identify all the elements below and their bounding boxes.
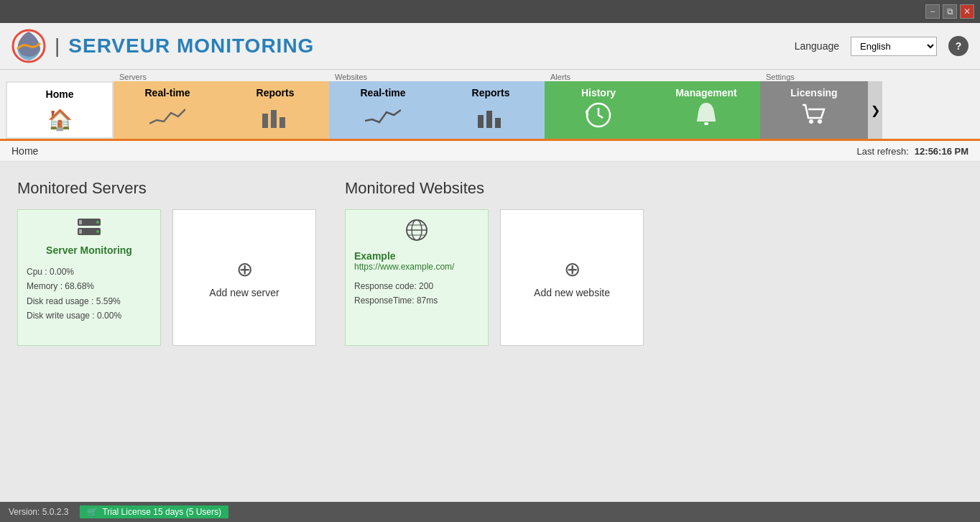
logo-area: | SERVEUR MONITORING [11, 29, 314, 63]
version-text: Version: 5.0.2.3 [9, 507, 68, 517]
server-memory: Memory : 68.68% [27, 279, 121, 293]
website-card-stats: Response code: 200 ResponseTime: 87ms [354, 279, 479, 308]
svg-point-16 [96, 230, 99, 233]
nav-item-websites-realtime[interactable]: Real-time [329, 81, 437, 139]
websites-realtime-icon [365, 106, 401, 133]
refresh-info: Last refresh: 12:56:16 PM [857, 146, 969, 157]
add-website-label: Add new website [534, 287, 610, 298]
help-button[interactable]: ? [948, 36, 969, 56]
cart-icon [801, 102, 827, 133]
license-badge: 🛒 Trial License 15 days (5 Users) [80, 505, 228, 518]
websites-reports-label: Reports [472, 87, 510, 99]
websites-bar-icon [476, 106, 505, 133]
monitored-servers-title: Monitored Servers [17, 179, 316, 198]
nav-group-settings: Settings Licensing [760, 70, 868, 139]
svg-rect-4 [478, 115, 484, 128]
minimize-button[interactable]: − [925, 4, 940, 19]
close-button[interactable]: ✕ [960, 4, 974, 19]
svg-rect-3 [279, 117, 285, 128]
svg-point-9 [809, 119, 813, 124]
nav-item-servers-realtime[interactable]: Real-time [114, 81, 221, 139]
server-card[interactable]: Server Monitoring Cpu : 0.00% Memory : 6… [17, 209, 161, 346]
bar-chart-icon [261, 106, 290, 133]
nav-area: Home 🏠 Servers Real-time Reports Websit [0, 70, 980, 141]
title-bar: − ⧉ ✕ [0, 0, 980, 23]
svg-rect-1 [262, 114, 268, 128]
header-right: Language English ? [795, 36, 969, 56]
servers-realtime-label: Real-time [144, 87, 190, 99]
servers-reports-label: Reports [256, 87, 295, 99]
logo-icon [11, 29, 46, 63]
nav-item-alerts-history[interactable]: History [545, 81, 652, 139]
add-server-label: Add new server [209, 287, 279, 298]
websites-label: Websites [329, 70, 545, 81]
language-select[interactable]: English [851, 37, 937, 56]
refresh-time: 12:56:16 PM [915, 146, 969, 157]
logo-part2: MONITORING [177, 35, 314, 57]
settings-licensing-label: Licensing [790, 87, 837, 99]
server-disk-write: Disk write usage : 0.00% [27, 308, 121, 323]
license-text: Trial License 15 days (5 Users) [102, 507, 221, 517]
svg-rect-8 [704, 122, 708, 125]
website-response-time: ResponseTime: 87ms [354, 293, 479, 308]
breadcrumb-bar: Home Last refresh: 12:56:16 PM [0, 141, 980, 162]
add-website-card[interactable]: ⊕ Add new website [500, 209, 644, 346]
alerts-management-label: Management [675, 87, 737, 99]
app-header: | SERVEUR MONITORING Language English ? [0, 23, 980, 70]
language-label: Language [795, 40, 839, 52]
nav-item-home-label: Home [46, 88, 74, 100]
chevron-right-icon: ❯ [871, 104, 880, 117]
restore-button[interactable]: ⧉ [943, 4, 957, 19]
server-cpu: Cpu : 0.00% [27, 265, 121, 279]
nav-group-home: Home 🏠 [6, 70, 114, 139]
website-card-name: Example [354, 250, 479, 262]
svg-rect-6 [495, 118, 501, 128]
add-server-icon: ⊕ [236, 257, 253, 281]
license-cart-icon: 🛒 [87, 507, 98, 517]
add-server-card[interactable]: ⊕ Add new server [172, 209, 316, 346]
website-response-code: Response code: 200 [354, 279, 479, 293]
nav-item-settings-licensing[interactable]: Licensing [760, 81, 868, 139]
website-card[interactable]: Example https://www.example.com/ Respons… [345, 209, 489, 346]
server-disk-read: Disk read usage : 5.59% [27, 294, 121, 308]
nav-item-servers-reports[interactable]: Reports [221, 81, 329, 139]
nav-more-button[interactable]: ❯ [868, 81, 882, 139]
svg-rect-15 [79, 229, 82, 234]
realtime-chart-icon [149, 106, 185, 133]
refresh-label: Last refresh: [857, 146, 909, 157]
alerts-history-label: History [581, 87, 616, 99]
history-icon [586, 102, 611, 133]
globe-icon [405, 219, 428, 246]
website-card-url: https://www.example.com/ [354, 262, 479, 272]
nav-item-home[interactable]: Home 🏠 [6, 81, 114, 139]
nav-item-alerts-management[interactable]: Management [652, 81, 760, 139]
svg-rect-5 [486, 111, 492, 128]
svg-point-13 [96, 221, 99, 224]
main-content: Monitored Servers Server Monitoring Cpu … [0, 162, 980, 502]
alerts-label: Alerts [545, 70, 760, 81]
bell-icon [695, 102, 718, 133]
nav-group-servers: Servers Real-time Reports [114, 70, 329, 139]
svg-point-10 [818, 119, 822, 124]
breadcrumb: Home [11, 145, 38, 157]
logo-part1: SERVEUR [68, 35, 170, 57]
svg-rect-2 [271, 110, 277, 128]
servers-cards-row: Server Monitoring Cpu : 0.00% Memory : 6… [17, 209, 316, 346]
server-card-name: Server Monitoring [46, 244, 132, 256]
monitored-websites-title: Monitored Websites [345, 179, 644, 198]
logo-text: SERVEUR MONITORING [68, 35, 314, 58]
add-website-icon: ⊕ [564, 257, 581, 281]
nav-group-alerts: Alerts History Management [545, 70, 760, 139]
status-bar: Version: 5.0.2.3 🛒 Trial License 15 days… [0, 502, 980, 522]
servers-label: Servers [114, 70, 329, 81]
server-card-stats: Cpu : 0.00% Memory : 68.68% Disk read us… [27, 265, 121, 324]
websites-cards-row: Example https://www.example.com/ Respons… [345, 209, 644, 346]
nav-item-websites-reports[interactable]: Reports [437, 81, 545, 139]
settings-label: Settings [760, 70, 868, 81]
websites-realtime-label: Real-time [360, 87, 405, 99]
server-icon [78, 219, 101, 240]
home-icon: 🏠 [47, 108, 73, 132]
logo-separator: | [55, 35, 60, 58]
svg-rect-12 [79, 220, 82, 224]
nav-group-websites: Websites Real-time Reports [329, 70, 545, 139]
